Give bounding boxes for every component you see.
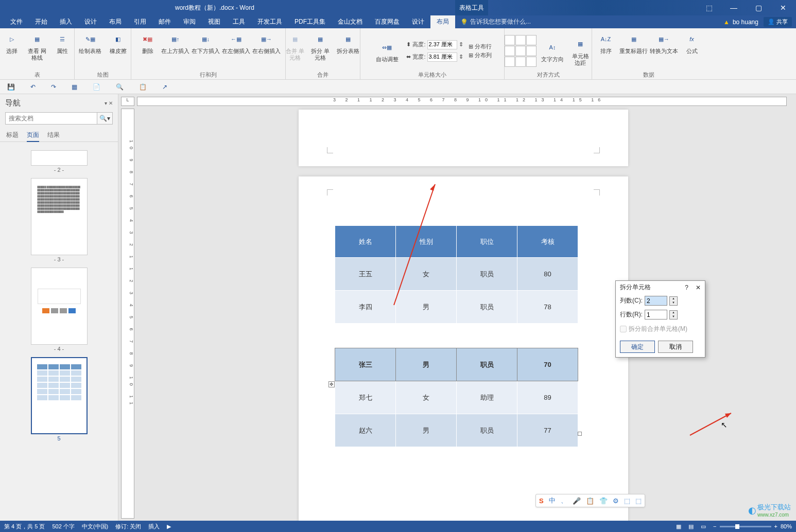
th-name[interactable]: 姓名 bbox=[335, 226, 396, 258]
zoom-level[interactable]: 80% bbox=[781, 523, 792, 529]
tab-layout[interactable]: 布局 bbox=[103, 15, 128, 28]
ime-skin-icon[interactable]: 👕 bbox=[599, 497, 608, 505]
search-go-button[interactable]: 🔍▾ bbox=[97, 113, 112, 124]
table-cell[interactable]: 职员 bbox=[457, 414, 517, 447]
ime-lang[interactable]: 中 bbox=[549, 496, 556, 505]
ruler-horizontal[interactable]: 3 2 1 1 2 3 4 5 6 7 8 9 10 11 12 13 14 1… bbox=[137, 97, 787, 106]
cols-spinner[interactable]: ▲▼ bbox=[669, 296, 678, 306]
insert-right-button[interactable]: ▦→在右侧插入 bbox=[252, 30, 281, 55]
page-5[interactable]: 姓名 性别 职位 考核 王五女职员80 李四男职员78 张三男职员70 郑七女助… bbox=[299, 176, 628, 521]
display-options-button[interactable]: ⬚ bbox=[701, 4, 717, 12]
tab-table-design[interactable]: 设计 bbox=[406, 15, 430, 28]
status-insert[interactable]: 插入 bbox=[148, 523, 160, 530]
view-web-icon[interactable]: ▭ bbox=[701, 523, 706, 530]
text-direction-button[interactable]: A↕文字方向 bbox=[539, 39, 567, 63]
document-table[interactable]: 姓名 性别 职位 考核 王五女职员80 李四男职员78 张三男职员70 郑七女助… bbox=[335, 225, 578, 447]
tab-design[interactable]: 设计 bbox=[78, 15, 103, 28]
ime-settings-icon[interactable]: ⚙ bbox=[613, 497, 619, 505]
qat-icon[interactable]: 📄 bbox=[93, 83, 100, 91]
height-input[interactable] bbox=[427, 40, 457, 49]
table-cell[interactable]: 女 bbox=[396, 381, 457, 414]
view-print-icon[interactable]: ▤ bbox=[688, 523, 694, 530]
table-cell-selected[interactable]: 男 bbox=[396, 348, 457, 381]
page-thumb-4[interactable] bbox=[31, 268, 88, 345]
nav-tab-pages[interactable]: 页面 bbox=[27, 131, 39, 142]
minimize-button[interactable]: — bbox=[726, 4, 741, 12]
ok-button[interactable]: 确定 bbox=[620, 341, 655, 353]
distribute-cols-button[interactable]: ⊞ 分布列 bbox=[469, 51, 492, 59]
table-move-handle[interactable]: ✥ bbox=[328, 381, 335, 387]
table-cell[interactable]: 男 bbox=[396, 414, 457, 447]
macro-icon[interactable]: ▶ bbox=[167, 523, 171, 530]
view-read-icon[interactable]: ▦ bbox=[676, 523, 681, 530]
tab-insert[interactable]: 插入 bbox=[54, 15, 78, 28]
rows-spinner[interactable]: ▲▼ bbox=[669, 310, 678, 320]
table-resize-handle[interactable] bbox=[578, 432, 582, 436]
eraser-button[interactable]: ◧橡皮擦 bbox=[107, 30, 130, 55]
table-cell[interactable]: 80 bbox=[517, 258, 578, 291]
ime-keyboard-icon[interactable]: 📋 bbox=[586, 497, 594, 505]
insert-above-button[interactable]: ▦↑在上方插入 bbox=[161, 30, 189, 55]
table-cell[interactable]: 78 bbox=[517, 291, 578, 324]
undo-icon[interactable]: ↶ bbox=[30, 83, 36, 91]
dialog-close-button[interactable]: ✕ bbox=[696, 284, 701, 291]
draw-table-button[interactable]: ✎▦绘制表格 bbox=[76, 30, 105, 55]
nav-tab-results[interactable]: 结果 bbox=[47, 131, 60, 139]
table-cell[interactable]: 赵六 bbox=[335, 414, 396, 447]
ime-tool-icon[interactable]: ⬚ bbox=[635, 497, 642, 505]
tab-kingsoft[interactable]: 金山文档 bbox=[332, 15, 369, 28]
status-words[interactable]: 502 个字 bbox=[52, 523, 74, 530]
insert-below-button[interactable]: ▦↓在下方插入 bbox=[192, 30, 220, 55]
zoom-in-button[interactable]: + bbox=[774, 523, 777, 529]
page-thumb-5[interactable] bbox=[31, 357, 88, 434]
select-button[interactable]: ▷选择 bbox=[1, 30, 24, 55]
ime-toolbar[interactable]: S 中 、 🎤 📋 👕 ⚙ ⬚ ⬚ bbox=[535, 494, 645, 507]
table-cell[interactable]: 职员 bbox=[457, 291, 517, 324]
ime-punct[interactable]: 、 bbox=[561, 496, 567, 505]
dialog-help-button[interactable]: ? bbox=[685, 284, 688, 291]
th-position[interactable]: 职位 bbox=[457, 226, 517, 258]
tab-pdf[interactable]: PDF工具集 bbox=[288, 15, 332, 28]
split-table-button[interactable]: ▦拆分表格 bbox=[334, 30, 362, 55]
tab-table-layout[interactable]: 布局 bbox=[430, 15, 455, 28]
page-thumb-2[interactable] bbox=[31, 150, 88, 166]
convert-text-button[interactable]: ▦→转换为文本 bbox=[650, 30, 678, 55]
rows-input[interactable] bbox=[645, 310, 667, 320]
table-cell[interactable]: 郑七 bbox=[335, 381, 396, 414]
redo-icon[interactable]: ↷ bbox=[51, 83, 56, 91]
table-cell[interactable]: 89 bbox=[517, 381, 578, 414]
tab-baidu[interactable]: 百度网盘 bbox=[369, 15, 406, 28]
table-cell[interactable]: 男 bbox=[396, 291, 457, 324]
insert-left-button[interactable]: ←▦在左侧插入 bbox=[222, 30, 250, 55]
zoom-out-button[interactable]: − bbox=[713, 523, 716, 529]
nav-pane-menu[interactable]: ▾ ✕ bbox=[105, 100, 113, 106]
share-button[interactable]: 👤 共享 bbox=[764, 17, 792, 27]
user-account[interactable]: ▲bo huang bbox=[723, 19, 758, 26]
tab-home[interactable]: 开始 bbox=[29, 15, 54, 28]
ime-mic-icon[interactable]: 🎤 bbox=[573, 497, 581, 505]
save-icon[interactable]: 💾 bbox=[7, 83, 15, 91]
qat-icon[interactable]: ↗ bbox=[162, 83, 167, 91]
maximize-button[interactable]: ▢ bbox=[751, 4, 766, 12]
formula-button[interactable]: fx公式 bbox=[680, 30, 703, 55]
status-page[interactable]: 第 4 页，共 5 页 bbox=[4, 523, 45, 530]
zoom-slider[interactable] bbox=[720, 526, 771, 527]
width-input[interactable] bbox=[427, 52, 457, 62]
qat-icon[interactable]: 🔍 bbox=[116, 83, 124, 91]
table-cell-selected[interactable]: 70 bbox=[517, 348, 578, 381]
tab-file[interactable]: 文件 bbox=[4, 15, 29, 28]
table-cell[interactable]: 助理 bbox=[457, 381, 517, 414]
tell-me-search[interactable]: 💡 告诉我您想要做什么... bbox=[460, 17, 531, 26]
nav-search[interactable]: 🔍▾ bbox=[5, 112, 113, 125]
page-thumb-3[interactable]: ██████ █████████████████████████████████… bbox=[31, 178, 88, 255]
tab-mailings[interactable]: 邮件 bbox=[152, 15, 177, 28]
qat-icon[interactable]: 📋 bbox=[139, 83, 147, 91]
distribute-rows-button[interactable]: ⊞ 分布行 bbox=[469, 43, 492, 50]
tab-references[interactable]: 引用 bbox=[128, 15, 152, 28]
search-input[interactable] bbox=[6, 113, 97, 124]
properties-button[interactable]: ☰属性 bbox=[51, 30, 74, 55]
nav-tab-headings[interactable]: 标题 bbox=[6, 131, 19, 139]
table-cell[interactable]: 李四 bbox=[335, 291, 396, 324]
status-track[interactable]: 修订: 关闭 bbox=[115, 523, 141, 530]
tab-developer[interactable]: 开发工具 bbox=[251, 15, 288, 28]
